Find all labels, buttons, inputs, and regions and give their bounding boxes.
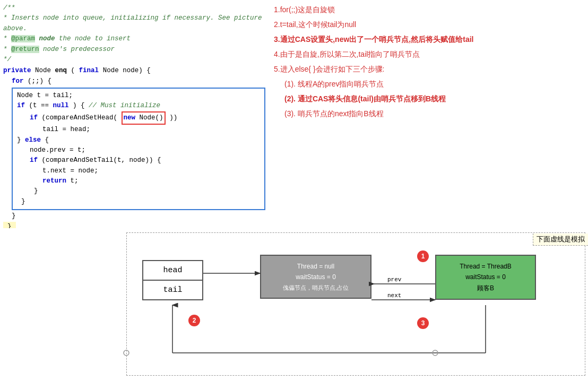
page-wrapper: /** * Inserts node into queue, initializ… (0, 0, 588, 381)
comment-line-1: /** (3, 3, 265, 13)
else-close: } (17, 197, 260, 207)
annotation-3: 3.通过CAS设置头,new出了一个哨兵节点,然后将头赋值给tail (274, 32, 580, 47)
annotation-1: 1.for(;;)这是自旋锁 (274, 2, 580, 17)
head-cell: head (143, 261, 202, 281)
tail-cell: tail (143, 281, 202, 299)
else-open-line: } else { (17, 135, 260, 145)
sentinel-line2: waitStatus = 0 (263, 272, 368, 282)
t-next-line: t.next = node; (17, 166, 260, 176)
return-t-line: return t; (17, 176, 260, 186)
code-comment-block: /** * Inserts node into queue, initializ… (3, 3, 265, 65)
badge-1: 1 (417, 250, 429, 262)
sentinel-box: Thread = null waitStatus = 0 傀儡节点，哨兵节点,占… (260, 255, 371, 299)
annotation-5-2: (2). 通过CAS将头信息(tail)由哨兵节点移到B线程 (274, 91, 580, 106)
badge-2: 2 (188, 315, 200, 326)
sentinel-line3: 傀儡节点，哨兵节点,占位 (263, 283, 368, 293)
annotation-5-3: (3). 哨兵节点的next指向B线程 (274, 106, 580, 121)
head-tail-box: head tail (142, 260, 203, 300)
code-panel: /** * Inserts node into queue, initializ… (0, 0, 265, 233)
loop-close: } (3, 211, 265, 221)
dashed-label: 下面虚线是模拟 (533, 233, 588, 246)
threadb-line3: 顾客B (438, 283, 533, 293)
diagram-section: 下面虚线是模拟 head tail Thread = null waitStat… (0, 228, 588, 381)
sentinel-line1: Thread = null (263, 261, 368, 272)
comment-line-4: * @return node's predecessor (3, 45, 265, 55)
comment-line-2: * Inserts node into queue, initializing … (3, 13, 265, 34)
annotation-2: 2.t=tail,这个时候tail为null (274, 17, 580, 32)
threadb-line1: Thread = ThreadB (438, 261, 533, 272)
tail-head-line: tail = head; (17, 125, 260, 135)
badge-3: 3 (417, 317, 429, 329)
inner-close: } (17, 186, 260, 196)
node-t-line: Node t = tail; (17, 91, 260, 101)
annotation-5-1: (1). 线程A的prev指向哨兵节点 (274, 76, 580, 91)
node-prev-line: node.prev = t; (17, 145, 260, 155)
annotation-4: 4.由于是自旋,所以第二次,tail指向了哨兵节点 (274, 47, 580, 62)
annotation-5: 5.进入else{ }会进行如下三个步骤: (274, 62, 580, 76)
comment-line-5: */ (3, 55, 265, 65)
threadb-line2: waitStatus = 0 (438, 272, 533, 282)
cas-head-line: if (compareAndSetHead( new Node() )) (17, 111, 260, 125)
threadb-box: Thread = ThreadB waitStatus = 0 顾客B (435, 255, 536, 300)
if-null-line: if (t == null ) { // Must initialize (17, 101, 260, 111)
for-line: for (;;) { (3, 76, 265, 86)
blue-bordered-block: Node t = tail; if (t == null ) { // Must… (12, 88, 265, 210)
dashed-region (126, 232, 585, 376)
top-section: /** * Inserts node into queue, initializ… (0, 0, 588, 233)
method-signature: private Node enq ( final Node node) { (3, 66, 265, 76)
cas-tail-line: if (compareAndSetTail(t, node)) { (17, 155, 260, 166)
comment-line-3: * @param node the node to insert (3, 34, 265, 44)
annotation-panel: 1.for(;;)这是自旋锁 2.t=tail,这个时候tail为null 3.… (265, 0, 588, 233)
